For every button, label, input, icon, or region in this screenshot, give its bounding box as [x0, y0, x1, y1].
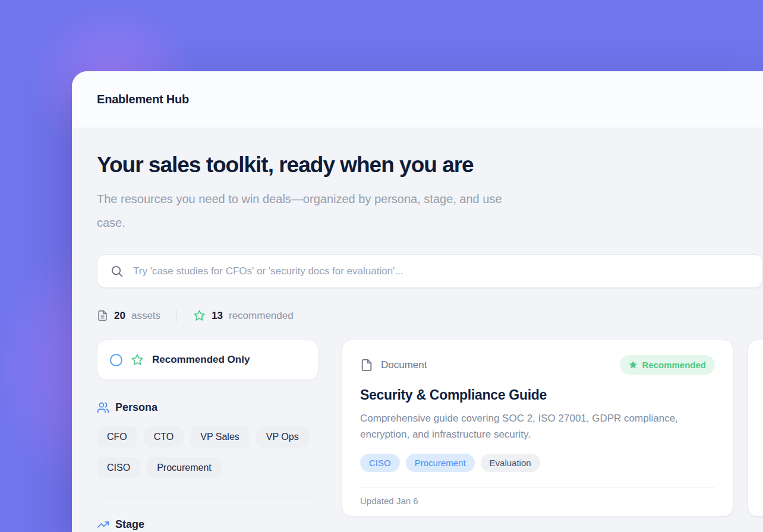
assets-stat: 20 assets [97, 310, 160, 322]
persona-section-header: Persona [97, 401, 319, 414]
persona-chip-ciso[interactable]: CISO [97, 457, 140, 479]
radio-circle-icon[interactable] [110, 354, 122, 366]
recommended-only-toggle[interactable]: Recommended Only [97, 340, 319, 380]
persona-chip-procurement[interactable]: Procurement [147, 457, 222, 479]
assets-label: assets [131, 310, 160, 322]
results-grid: Document Recommended Security & Complian… [342, 340, 763, 517]
persona-chip-vp-ops[interactable]: VP Ops [256, 426, 309, 448]
page-title: Your sales toolkit, ready when you are [97, 153, 763, 178]
main-content: Your sales toolkit, ready when you are T… [72, 128, 763, 531]
star-icon [193, 309, 206, 322]
asset-updated: Updated Jan 6 [360, 487, 715, 506]
recommended-only-label: Recommended Only [152, 354, 250, 366]
file-text-icon [97, 310, 108, 321]
asset-type: Document [360, 359, 427, 372]
asset-card-header: Document Recommended [360, 355, 715, 375]
persona-chip-vp-sales[interactable]: VP Sales [190, 426, 250, 448]
filter-sidebar: Recommended Only Persona CFO CTO VP Sale… [97, 340, 319, 531]
recommended-stat: 13 recommended [193, 309, 294, 322]
filters-and-results: Recommended Only Persona CFO CTO VP Sale… [97, 340, 763, 531]
assets-count: 20 [114, 310, 125, 322]
asset-title: Security & Compliance Guide [360, 387, 715, 403]
app-window: Enablement Hub Your sales toolkit, ready… [72, 71, 763, 532]
stage-label: Stage [115, 518, 144, 531]
file-icon [360, 359, 373, 372]
recommended-badge-label: Recommended [642, 360, 706, 370]
asset-tag-ciso: CISO [360, 454, 400, 472]
users-icon [97, 401, 109, 414]
search-input[interactable] [132, 265, 750, 278]
page-subtitle-line2: case. [97, 211, 763, 235]
asset-card-partial[interactable] [748, 340, 763, 517]
persona-chip-list: CFO CTO VP Sales VP Ops CISO Procurement [97, 426, 319, 479]
page-subtitle: The resources you need to win deals—orga… [97, 187, 763, 235]
search-bar [97, 254, 763, 288]
app-title: Enablement Hub [97, 93, 189, 106]
top-bar: Enablement Hub [72, 71, 763, 128]
star-icon [131, 353, 144, 366]
stats-divider [176, 310, 177, 322]
page-subtitle-line1: The resources you need to win deals—orga… [97, 187, 763, 211]
persona-chip-cfo[interactable]: CFO [97, 426, 137, 448]
stats-row: 20 assets 13 recommended [97, 309, 763, 322]
star-filled-icon [629, 360, 638, 369]
asset-type-label: Document [381, 359, 427, 371]
asset-tag-list: CISO Procurement Evaluation [360, 454, 715, 472]
asset-card[interactable]: Document Recommended Security & Complian… [342, 340, 733, 517]
recommended-count: 13 [212, 310, 223, 322]
recommended-label: recommended [229, 310, 294, 322]
stage-section-header: Stage [97, 518, 319, 531]
persona-label: Persona [115, 401, 157, 414]
trending-up-icon [97, 518, 109, 531]
asset-description: Comprehensive guide covering SOC 2, ISO … [360, 410, 711, 442]
sidebar-divider [97, 496, 319, 496]
recommended-badge: Recommended [620, 355, 715, 375]
asset-tag-evaluation: Evaluation [481, 454, 540, 472]
search-icon [110, 264, 124, 278]
asset-tag-procurement: Procurement [406, 454, 475, 472]
persona-chip-cto[interactable]: CTO [144, 426, 184, 448]
